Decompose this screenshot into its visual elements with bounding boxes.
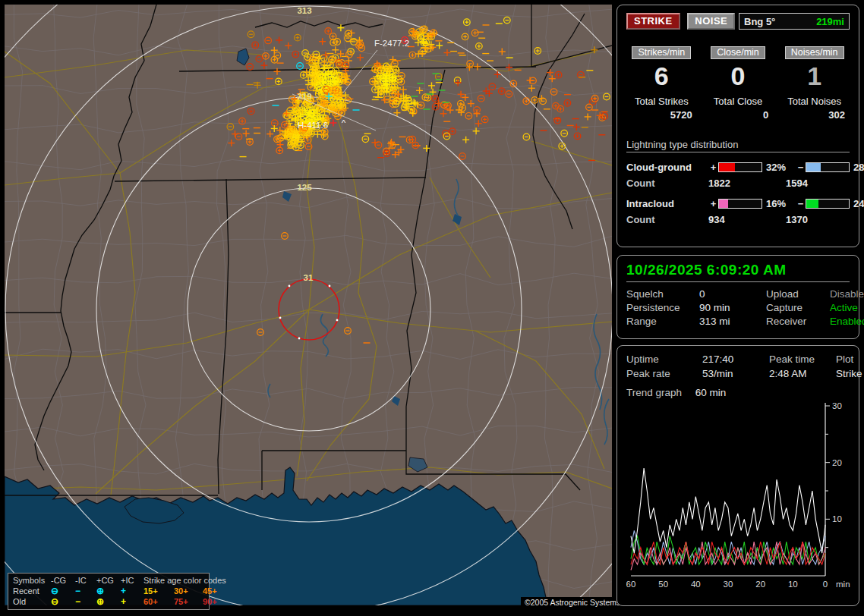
- peak-rate-value: 53/min: [702, 368, 769, 379]
- trend-series--ic: [631, 542, 825, 570]
- trend-window-value: 60 min: [695, 387, 727, 398]
- cloud-ground-row: Cloud-ground + 32% − 28%: [626, 159, 850, 175]
- count-label: Count: [626, 178, 708, 189]
- legend-header-symbols: Symbols: [13, 576, 51, 585]
- y-tick-label: 30: [832, 401, 842, 410]
- total-noises-value: 302: [779, 109, 850, 121]
- ic-negative-count: 1370: [786, 214, 850, 225]
- trend-series-total-strikes: [631, 468, 825, 553]
- strikes-column: Strikes/min 6 Total Strikes 5720: [626, 46, 697, 121]
- legend-header-row: Symbols -CG -IC +CG +IC Strike age color…: [13, 575, 206, 586]
- legend-row-recent: Recent⊖−⊕+15+30+45+: [13, 586, 206, 596]
- intracloud-row: Intracloud + 16% − 24%: [626, 195, 850, 212]
- noises-column: Noises/min 1 Total Noises 302: [779, 46, 850, 121]
- range-value: 313 mi: [699, 316, 766, 327]
- plot-value: Strike: [836, 368, 862, 379]
- age-code: 90+: [203, 597, 229, 606]
- x-tick-label: 40: [691, 580, 701, 589]
- noises-per-min-badge: Noises/min: [785, 46, 844, 59]
- symbol-legend: Symbols -CG -IC +CG +IC Strike age color…: [8, 573, 210, 610]
- storm-label: H-411.6: [298, 121, 328, 130]
- noise-mode-button[interactable]: NOISE: [687, 13, 735, 30]
- bearing-readout: Bng 5° 219mi: [739, 13, 850, 30]
- strikes-per-min-value: 6: [626, 61, 697, 91]
- peak-rate-label: Peak rate: [626, 368, 702, 379]
- persistence-value: 90 min: [699, 302, 766, 313]
- plus-sign: +: [708, 198, 718, 209]
- x-tick-label: 30: [724, 580, 733, 589]
- ic-neg-icon: −: [75, 597, 96, 606]
- strike-mode-button[interactable]: STRIKE: [626, 13, 680, 30]
- peak-time-label: Peak time: [769, 354, 836, 365]
- stats-panel: STRIKE NOISE Bng 5° 219mi Strikes/min 6 …: [616, 5, 859, 247]
- receiver-label: Receiver: [766, 316, 830, 327]
- ring-label-125: 125: [297, 183, 312, 192]
- legend-row-old: Old⊖−⊕+60+75+90+: [13, 596, 206, 607]
- status-panel: 10/26/2025 6:09:20 AM Squelch 0 Upload D…: [616, 255, 859, 339]
- legend-header-neg-ic: -IC: [75, 576, 96, 585]
- bearing-range: 219mi: [816, 16, 844, 27]
- ic-negative-pct: 24%: [850, 198, 864, 209]
- peak-time-value: 2:48 AM: [769, 368, 836, 379]
- cg-positive-count: 1822: [708, 178, 786, 189]
- legend-header-neg-cg: -CG: [51, 576, 75, 585]
- session-panel: Uptime 217:40 Peak time Plot Peak rate 5…: [616, 345, 859, 606]
- age-code: 75+: [174, 597, 203, 606]
- ic-positive-bar: [718, 199, 762, 209]
- plot-label: Plot: [836, 354, 862, 365]
- capture-label: Capture: [766, 302, 830, 313]
- total-close-value: 0: [703, 109, 774, 121]
- age-code: 15+: [143, 586, 174, 596]
- cg-positive-pct: 32%: [762, 162, 796, 173]
- datetime-display: 10/26/2025 6:09:20 AM: [626, 262, 850, 282]
- cg-neg-icon: ⊖: [51, 597, 75, 606]
- cg-negative-bar: [806, 162, 850, 172]
- cg-neg-icon: ⊖: [51, 586, 75, 596]
- storm-label: F-2477.2: [374, 39, 409, 48]
- close-per-min-value: 0: [703, 61, 774, 91]
- legend-header-pos-ic: +IC: [121, 576, 143, 585]
- persistence-label: Persistence: [626, 302, 699, 313]
- total-strikes-label: Total Strikes: [626, 96, 697, 107]
- age-code: 30+: [174, 586, 203, 596]
- range-label: Range: [626, 316, 699, 327]
- age-code: 60+: [143, 597, 174, 606]
- map-canvas[interactable]: 31321912531F-2477.2H-411.6^: [5, 5, 612, 605]
- x-axis-unit: min: [836, 580, 850, 589]
- cg-negative-count: 1594: [786, 178, 850, 189]
- x-tick-label: 50: [658, 580, 668, 589]
- uptime-label: Uptime: [626, 354, 702, 365]
- minus-sign: −: [796, 198, 806, 209]
- cg-negative-pct: 28%: [850, 162, 864, 173]
- plus-sign: +: [708, 162, 718, 173]
- noises-per-min-value: 1: [779, 61, 850, 91]
- legend-row-label: Recent: [13, 586, 51, 596]
- legend-header-pos-cg: +CG: [96, 576, 121, 585]
- lightning-map[interactable]: 31321912531F-2477.2H-411.6^ ©2005 Astrog…: [5, 5, 612, 605]
- cg-pos-icon: ⊕: [96, 597, 121, 606]
- legend-row-label: Old: [13, 597, 51, 606]
- storm-label-suffix: ^: [342, 118, 346, 127]
- capture-status: Active: [830, 302, 864, 313]
- close-per-min-badge: Close/min: [711, 46, 765, 59]
- total-noises-label: Total Noises: [779, 96, 850, 107]
- cloud-ground-label: Cloud-ground: [626, 162, 708, 173]
- x-tick-label: 0: [823, 580, 828, 589]
- uptime-value: 217:40: [702, 354, 769, 365]
- minus-sign: −: [796, 162, 806, 173]
- receiver-status: Enabled: [830, 316, 864, 327]
- ic-negative-bar: [806, 199, 850, 209]
- trend-graph-label: Trend graph: [626, 387, 682, 398]
- x-tick-label: 20: [755, 580, 765, 589]
- strikes-per-min-badge: Strikes/min: [632, 46, 691, 59]
- total-close-label: Total Close: [703, 96, 774, 107]
- close-column: Close/min 0 Total Close 0: [703, 46, 774, 121]
- cg-positive-bar: [718, 162, 762, 172]
- trend-graph: 1020306050403020100min: [626, 400, 854, 599]
- squelch-value: 0: [699, 288, 766, 300]
- cloud-ground-count-row: Count 1822 1594: [626, 175, 850, 190]
- distribution-title: Lightning type distribution: [626, 139, 850, 152]
- bearing-label: Bng 5°: [744, 16, 775, 27]
- ic-positive-count: 934: [708, 214, 786, 225]
- x-tick-label: 10: [788, 580, 798, 589]
